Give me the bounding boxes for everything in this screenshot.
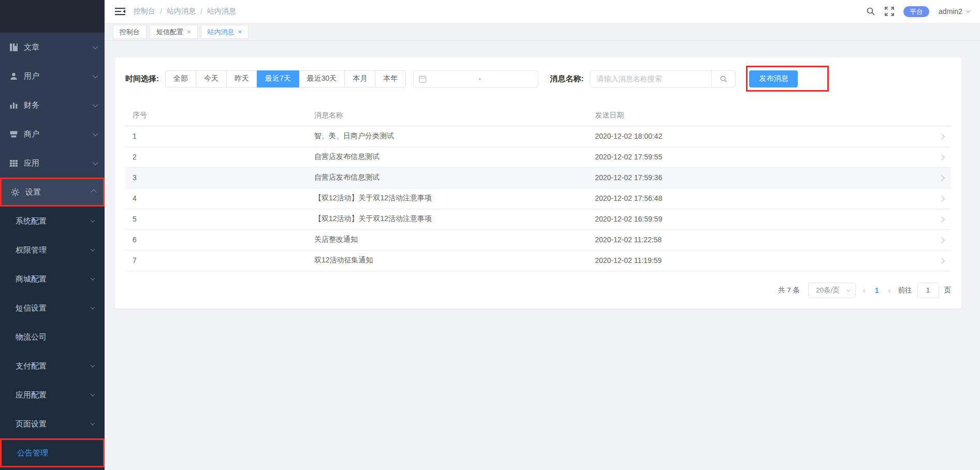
submenu-item-logistics[interactable]: 物流公司 [0,322,105,351]
platform-badge[interactable]: 平台 [903,6,929,17]
cell-index: 5 [125,209,307,229]
row-detail-arrow-icon[interactable] [939,134,944,139]
chevron-down-icon [92,130,98,136]
table-row[interactable]: 6 关店整改通知 2020-12-02 11:22:58 [125,229,951,250]
chevron-down-icon [91,421,95,425]
sidebar-item-settings[interactable]: 设置 [0,178,105,207]
row-detail-arrow-icon[interactable] [939,196,944,201]
table-row[interactable]: 5 【双12活动】关于双12活动注意事项 2020-12-02 16:59:59 [125,209,951,229]
submenu-item-mall-config[interactable]: 商城配置 [0,265,105,293]
merchant-icon [9,130,18,139]
sidebar-item-finance[interactable]: 财务 [0,91,105,120]
submenu-item-announcement[interactable]: 公告管理 [0,438,105,467]
chevron-down-icon [846,287,850,291]
time-btn-all[interactable]: 全部 [165,70,196,87]
submenu-item-label: 商城配置 [16,274,47,284]
chevron-down-icon [92,101,98,107]
next-page-button[interactable]: › [886,286,893,295]
submenu-item-sms-settings[interactable]: 短信设置 [0,293,105,322]
row-detail-arrow-icon[interactable] [939,258,944,263]
cell-index: 4 [125,188,307,209]
username: admin2 [939,7,962,16]
publish-message-button[interactable]: 发布消息 [749,70,798,87]
sidebar-item-articles[interactable]: 文章 [0,33,105,62]
settings-submenu: 系统配置 权限管理 商城配置 短信设置 物流公司 支付配置 应用配置 页面设置 [0,207,105,470]
chevron-down-icon [91,218,95,222]
submenu-item-payment-config[interactable]: 支付配置 [0,351,105,380]
table-row[interactable]: 4 【双12活动】关于双12活动注意事项 2020-12-02 17:56:48 [125,188,951,209]
submenu-item-label: 物流公司 [16,332,47,342]
messages-table: 序号 消息名称 发送日期 1 智、美、日商户分类测试 2020-12-02 18… [125,105,951,271]
chevron-up-icon [91,189,96,195]
user-icon [9,72,18,81]
submenu-item-app-config[interactable]: 应用配置 [0,380,105,409]
time-btn-today[interactable]: 今天 [196,70,227,87]
table-row[interactable]: 1 智、美、日商户分类测试 2020-12-02 18:00:42 [125,126,951,146]
breadcrumb-item[interactable]: 站内消息 [167,7,196,16]
tab-sms-config[interactable]: 短信配置 × [150,25,198,39]
cell-date: 2020-12-02 18:00:42 [588,126,918,146]
sidebar-toggle-icon[interactable] [115,7,125,16]
submenu-item-label: 页面设置 [16,419,47,429]
row-detail-arrow-icon[interactable] [939,216,944,222]
prev-page-button[interactable]: ‹ [861,286,868,295]
date-range-picker[interactable]: - [413,70,538,87]
time-btn-last7days[interactable]: 最近7天 [257,70,299,87]
sidebar-item-merchants[interactable]: 商户 [0,120,105,149]
main-area: 控制台 / 站内消息 / 站内消息 平台 admin2 控制台 短信配置 [105,0,980,470]
time-btn-this-year[interactable]: 本年 [375,70,406,87]
chevron-down-icon [92,159,98,165]
submenu-item-permission[interactable]: 权限管理 [0,236,105,265]
user-dropdown[interactable]: admin2 [939,7,970,16]
time-filter-label: 时间选择: [125,74,159,84]
submenu-item-system-config[interactable]: 系统配置 [0,207,105,236]
breadcrumb-separator: / [200,7,202,16]
submenu-item-label: 支付配置 [16,361,47,371]
close-icon[interactable]: × [238,28,242,35]
cell-date: 2020-12-02 17:59:55 [588,146,918,167]
tab-label: 站内消息 [208,27,235,37]
chevron-down-icon [966,8,970,12]
chevron-down-icon [92,43,98,49]
table-row[interactable]: 7 双12活动征集通知 2020-12-02 11:19:59 [125,250,951,271]
page-size-select[interactable]: 20条/页 [808,283,856,298]
row-detail-arrow-icon[interactable] [939,154,944,160]
cell-index: 3 [125,167,307,188]
article-icon [9,43,18,52]
col-header-index: 序号 [125,105,307,126]
sidebar-item-apps[interactable]: 应用 [0,149,105,178]
sidebar-item-users[interactable]: 用户 [0,62,105,91]
tab-console[interactable]: 控制台 [113,25,147,39]
current-page[interactable]: 1 [873,286,881,295]
cell-index: 7 [125,250,307,271]
row-detail-arrow-icon[interactable] [939,175,944,181]
table-row[interactable]: 3 自营店发布信息测试 2020-12-02 17:59:36 [125,167,951,188]
chevron-down-icon [91,363,95,367]
submenu-item-label: 短信设置 [16,303,47,313]
breadcrumb-item[interactable]: 站内消息 [207,7,236,16]
cell-name: 智、美、日商户分类测试 [307,126,588,146]
submenu-item-page-settings[interactable]: 页面设置 [0,409,105,438]
fullscreen-icon[interactable] [885,7,894,16]
table-row[interactable]: 2 自营店发布信息测试 2020-12-02 17:59:55 [125,146,951,167]
cell-date: 2020-12-02 17:59:36 [588,167,918,188]
messages-card: 时间选择: 全部 今天 昨天 最近7天 最近30天 本月 本年 - 消息名称: [115,57,961,309]
time-btn-yesterday[interactable]: 昨天 [226,70,257,87]
tab-site-messages[interactable]: 站内消息 × [201,25,249,39]
breadcrumb: 控制台 / 站内消息 / 站内消息 [134,7,236,16]
breadcrumb-item[interactable]: 控制台 [134,7,155,16]
cell-name: 双12活动征集通知 [307,250,588,271]
cell-name: 关店整改通知 [307,229,588,250]
row-detail-arrow-icon[interactable] [939,237,944,243]
close-icon[interactable]: × [187,28,191,35]
chevron-down-icon [91,276,95,280]
goto-page-input[interactable] [917,283,939,298]
apps-icon [9,159,18,168]
search-submit-button[interactable] [711,71,735,87]
time-btn-this-month[interactable]: 本月 [344,70,375,87]
time-btn-last30days[interactable]: 最近30天 [299,70,345,87]
tag-view-bar: 控制台 短信配置 × 站内消息 × [105,23,980,41]
search-icon[interactable] [866,7,875,16]
submenu-item-label: 公告管理 [17,448,48,458]
message-name-input[interactable] [590,71,711,87]
